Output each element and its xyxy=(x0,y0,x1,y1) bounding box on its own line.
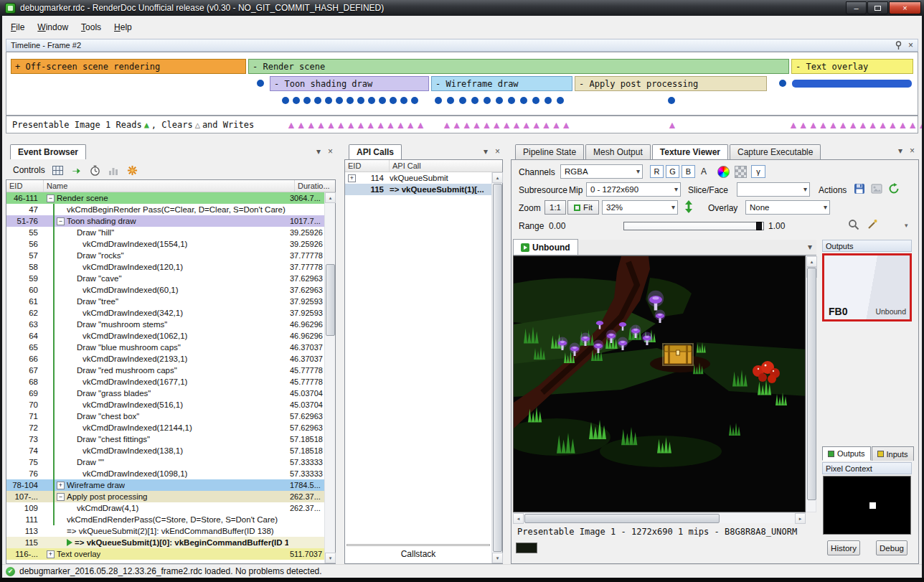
event-row[interactable]: 57Draw "rocks"37.77778 xyxy=(6,250,324,261)
event-dot[interactable] xyxy=(325,97,332,104)
event-row[interactable]: 62vkCmdDrawIndexed(342,1)37.92593 xyxy=(6,307,324,319)
event-row[interactable]: 75Draw ""57.33333 xyxy=(6,456,324,468)
expand-icon[interactable]: + xyxy=(348,174,356,182)
close-icon[interactable]: × xyxy=(328,146,333,156)
api-call-row[interactable]: 115=> vkQueueSubmit(1)[... xyxy=(345,184,491,195)
event-dot[interactable] xyxy=(668,97,675,104)
close-icon[interactable]: × xyxy=(495,146,500,156)
timeline-marker-apply-post-processing[interactable]: - Apply post processing xyxy=(575,76,767,91)
tab-outputs[interactable]: Outputs xyxy=(822,446,871,461)
event-dot-cluster[interactable] xyxy=(792,80,912,88)
panel-menu-icon[interactable]: ▾ xyxy=(898,146,902,156)
mip-select[interactable]: 0 - 1272x690▾ xyxy=(586,182,681,197)
tab-mesh-output[interactable]: Mesh Output xyxy=(585,144,651,159)
refresh-icon[interactable] xyxy=(887,182,900,195)
color-wheel-icon[interactable] xyxy=(717,166,730,178)
event-dot[interactable] xyxy=(508,97,515,104)
event-dot[interactable] xyxy=(314,97,321,104)
event-row[interactable]: 74vkCmdDrawIndexed(138,1)57.18518 xyxy=(6,445,324,456)
collapse-icon[interactable]: − xyxy=(57,493,65,501)
scroll-left-icon[interactable]: ◂ xyxy=(513,513,524,524)
event-dot[interactable] xyxy=(336,97,343,104)
scrollbar-thumb[interactable] xyxy=(524,514,720,523)
write-markers[interactable]: ▲▲▲▲▲▲▲▲▲▲▲▲▲▲ xyxy=(788,118,924,131)
timeline-marker-render-scene[interactable]: - Render scene xyxy=(248,59,789,74)
overlay-select[interactable]: None▾ xyxy=(745,200,830,215)
event-row[interactable]: 56vkCmdDrawIndexed(1554,1)39.25926 xyxy=(6,238,324,250)
timeline-marker-off-screen-scene-rendering[interactable]: + Off-screen scene rendering xyxy=(11,59,246,74)
api-call-row[interactable]: +114vkQueueSubmit xyxy=(345,172,491,184)
collapse-icon[interactable]: − xyxy=(57,217,65,225)
save-icon[interactable] xyxy=(853,182,866,195)
slice-face-select[interactable]: ▾ xyxy=(737,182,810,197)
event-dot[interactable] xyxy=(257,80,264,87)
event-row[interactable]: 73Draw "chest fittings"57.18518 xyxy=(6,433,324,445)
scroll-right-icon[interactable]: ▸ xyxy=(795,513,806,524)
toolbar-overflow-icon[interactable]: ▾ xyxy=(905,222,908,229)
event-row[interactable]: 71Draw "chest box"57.62963 xyxy=(6,410,324,422)
event-dot[interactable] xyxy=(379,97,386,104)
range-slider-handle[interactable] xyxy=(756,222,762,230)
event-dot[interactable] xyxy=(520,97,527,104)
event-dot[interactable] xyxy=(435,97,442,104)
event-row[interactable]: 111vkCmdEndRenderPass(C=Store, D=Store, … xyxy=(6,514,324,525)
scroll-up-icon[interactable]: ▴ xyxy=(492,172,503,183)
event-dot[interactable] xyxy=(459,97,466,104)
tab-pipeline-state[interactable]: Pipeline State xyxy=(515,144,584,159)
event-row[interactable]: 60vkCmdDrawIndexed(60,1)37.62963 xyxy=(6,284,324,296)
event-dot[interactable] xyxy=(532,97,539,104)
filter-icon[interactable] xyxy=(52,164,64,177)
write-markers[interactable]: ▲ xyxy=(667,118,677,131)
pin-icon[interactable] xyxy=(895,41,902,50)
event-row[interactable]: 67Draw "red mushroom caps"45.77778 xyxy=(6,365,324,376)
event-dot[interactable] xyxy=(411,97,418,104)
texture-display[interactable] xyxy=(513,255,806,512)
event-row[interactable]: 46-111−Render scene3064.7... xyxy=(6,192,324,204)
fb0-thumbnail[interactable]: FB0 Unbound xyxy=(822,253,912,321)
column-api-call[interactable]: API Call xyxy=(390,160,502,172)
jump-to-eid-icon[interactable] xyxy=(70,164,82,177)
stats-icon[interactable] xyxy=(108,164,120,177)
scrollbar-thumb[interactable] xyxy=(326,264,335,336)
event-row[interactable]: 63Draw "mushroom stems"46.96296 xyxy=(6,319,324,330)
column-eid[interactable]: EID xyxy=(6,180,44,192)
menu-file[interactable]: File xyxy=(4,19,31,35)
channel-red-button[interactable]: R xyxy=(650,165,664,178)
texture-horizontal-scrollbar[interactable]: ◂ ▸ xyxy=(513,512,806,523)
scroll-up-icon[interactable]: ▴ xyxy=(325,192,336,203)
write-markers[interactable]: ▲▲▲▲▲▲▲▲▲▲▲▲▲ xyxy=(442,118,571,131)
expand-icon[interactable]: + xyxy=(57,482,65,489)
menu-tools[interactable]: Tools xyxy=(75,19,108,35)
panel-menu-icon[interactable]: ▾ xyxy=(484,146,488,156)
timeline-marker-toon-shading-draw[interactable]: - Toon shading draw xyxy=(270,76,429,91)
event-dot[interactable] xyxy=(400,97,407,104)
event-dot[interactable] xyxy=(471,97,478,104)
close-button[interactable]: × xyxy=(889,1,921,14)
history-button[interactable]: History xyxy=(827,540,860,555)
column-eid[interactable]: EID xyxy=(345,160,390,172)
event-dot[interactable] xyxy=(293,97,300,104)
tab-capture-executable[interactable]: Capture Executable xyxy=(730,144,821,159)
timeline-marker-text-overlay[interactable]: - Text overlay xyxy=(791,59,913,74)
gamma-button[interactable]: γ xyxy=(751,165,765,178)
close-icon[interactable]: × xyxy=(908,42,913,49)
event-row[interactable]: 61Draw "tree"37.92593 xyxy=(6,296,324,307)
event-row[interactable]: 64vkCmdDrawIndexed(1062,1)46.96296 xyxy=(6,330,324,342)
event-dot[interactable] xyxy=(368,97,375,104)
minimize-button[interactable]: – xyxy=(846,1,867,14)
event-dot[interactable] xyxy=(447,97,454,104)
channel-green-button[interactable]: G xyxy=(666,165,679,178)
event-row[interactable]: 58vkCmdDrawIndexed(120,1)37.77778 xyxy=(6,261,324,273)
scroll-up-icon[interactable]: ▴ xyxy=(806,256,817,267)
event-dot[interactable] xyxy=(390,97,397,104)
event-dot[interactable] xyxy=(282,97,289,104)
scrollbar-thumb[interactable] xyxy=(493,184,502,552)
maximize-button[interactable] xyxy=(867,1,888,14)
checkerboard-icon[interactable] xyxy=(735,166,747,178)
splitter-handle[interactable] xyxy=(346,544,490,546)
export-image-icon[interactable] xyxy=(870,182,883,195)
panel-menu-icon[interactable]: ▾ xyxy=(316,146,321,156)
zoom-1-1-button[interactable]: 1:1 xyxy=(544,200,566,215)
event-dot[interactable] xyxy=(544,97,552,104)
column-name[interactable]: Name xyxy=(44,180,295,192)
